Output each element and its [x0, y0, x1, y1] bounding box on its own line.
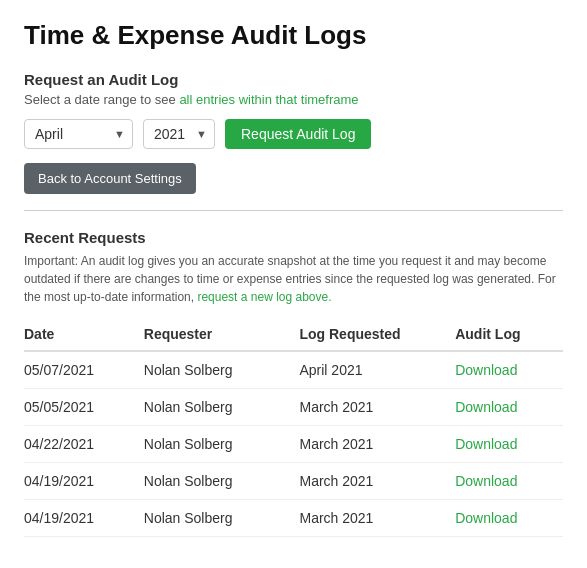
table-body: 05/07/2021Nolan SolbergApril 2021Downloa…: [24, 351, 563, 537]
col-header-log-requested: Log Requested: [299, 320, 455, 351]
cell-log-requested: April 2021: [299, 351, 455, 389]
cell-date: 04/19/2021: [24, 463, 144, 500]
col-header-requester: Requester: [144, 320, 300, 351]
table-row: 05/05/2021Nolan SolbergMarch 2021Downloa…: [24, 389, 563, 426]
cell-log-requested: March 2021: [299, 426, 455, 463]
request-audit-log-button[interactable]: Request Audit Log: [225, 119, 371, 149]
download-link[interactable]: Download: [455, 436, 517, 452]
important-note: Important: An audit log gives you an acc…: [24, 252, 563, 306]
col-header-date: Date: [24, 320, 144, 351]
recent-section: Recent Requests Important: An audit log …: [24, 229, 563, 537]
table-row: 04/19/2021Nolan SolbergMarch 2021Downloa…: [24, 500, 563, 537]
table-row: 04/19/2021Nolan SolbergMarch 2021Downloa…: [24, 463, 563, 500]
table-row: 04/22/2021Nolan SolbergMarch 2021Downloa…: [24, 426, 563, 463]
recent-section-title: Recent Requests: [24, 229, 563, 246]
year-select-wrapper: 2019202020212022 ▼: [143, 119, 215, 149]
cell-audit-log: Download: [455, 500, 563, 537]
cell-requester: Nolan Solberg: [144, 463, 300, 500]
month-select-wrapper: JanuaryFebruaryMarchAprilMayJuneJulyAugu…: [24, 119, 133, 149]
cell-audit-log: Download: [455, 389, 563, 426]
subtitle-highlight: all entries within that timeframe: [179, 92, 358, 107]
cell-log-requested: March 2021: [299, 463, 455, 500]
cell-requester: Nolan Solberg: [144, 500, 300, 537]
table-header: Date Requester Log Requested Audit Log: [24, 320, 563, 351]
subtitle-plain: Select a date range to see: [24, 92, 179, 107]
section-divider: [24, 210, 563, 211]
cell-audit-log: Download: [455, 463, 563, 500]
cell-date: 05/05/2021: [24, 389, 144, 426]
download-link[interactable]: Download: [455, 399, 517, 415]
cell-date: 04/19/2021: [24, 500, 144, 537]
request-section-subtitle: Select a date range to see all entries w…: [24, 92, 563, 107]
cell-log-requested: March 2021: [299, 500, 455, 537]
audit-log-form: JanuaryFebruaryMarchAprilMayJuneJulyAugu…: [24, 119, 563, 149]
cell-audit-log: Download: [455, 426, 563, 463]
note-highlight: request a new log above.: [197, 290, 331, 304]
download-link[interactable]: Download: [455, 473, 517, 489]
back-to-account-settings-button[interactable]: Back to Account Settings: [24, 163, 196, 194]
download-link[interactable]: Download: [455, 362, 517, 378]
request-section: Request an Audit Log Select a date range…: [24, 71, 563, 210]
recent-requests-table: Date Requester Log Requested Audit Log 0…: [24, 320, 563, 537]
month-select[interactable]: JanuaryFebruaryMarchAprilMayJuneJulyAugu…: [24, 119, 133, 149]
cell-audit-log: Download: [455, 351, 563, 389]
request-section-title: Request an Audit Log: [24, 71, 563, 88]
cell-requester: Nolan Solberg: [144, 426, 300, 463]
cell-requester: Nolan Solberg: [144, 389, 300, 426]
col-header-audit-log: Audit Log: [455, 320, 563, 351]
cell-requester: Nolan Solberg: [144, 351, 300, 389]
cell-log-requested: March 2021: [299, 389, 455, 426]
download-link[interactable]: Download: [455, 510, 517, 526]
table-row: 05/07/2021Nolan SolbergApril 2021Downloa…: [24, 351, 563, 389]
cell-date: 04/22/2021: [24, 426, 144, 463]
page-title: Time & Expense Audit Logs: [24, 20, 563, 51]
year-select[interactable]: 2019202020212022: [143, 119, 215, 149]
cell-date: 05/07/2021: [24, 351, 144, 389]
